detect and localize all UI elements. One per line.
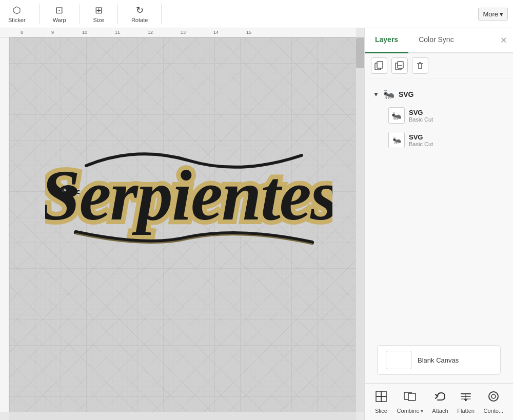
combine-label: Combine: [397, 408, 420, 414]
more-label: More: [483, 10, 498, 18]
rotate-label: Rotate: [131, 17, 148, 23]
rotate-tool[interactable]: ↻ Rotate: [128, 3, 151, 25]
contour-icon: [487, 390, 500, 406]
ruler-mark-13: 13: [181, 30, 186, 35]
layer-item-2[interactable]: 🐜 SVG Basic Cut: [388, 128, 505, 152]
panel-close-button[interactable]: ✕: [494, 28, 513, 52]
ruler-mark-10: 10: [82, 30, 87, 35]
group-icon: [395, 61, 404, 70]
svg-point-5: [65, 189, 66, 190]
size-tool[interactable]: ⊞ Size: [90, 3, 107, 25]
layers-group-button[interactable]: [391, 57, 408, 74]
layer-item-1[interactable]: 🐜 SVG Basic Cut: [388, 103, 505, 128]
layer-thumb-2: 🐜: [388, 132, 405, 148]
ruler-mark-14: 14: [213, 30, 219, 35]
layer-thumb-icon-2: 🐜: [392, 136, 401, 144]
attach-label: Attach: [432, 408, 448, 414]
layer-thumb-1: 🐜: [388, 107, 405, 124]
ruler-mark-15: 15: [246, 30, 251, 35]
layer-name-2: SVG: [409, 133, 433, 141]
ruler-mark-9: 9: [51, 30, 54, 35]
contour-button[interactable]: Conto...: [480, 388, 508, 416]
canvas-grid[interactable]: Serpientes Serpientes: [9, 37, 356, 412]
ruler-mark-11: 11: [115, 30, 120, 35]
svg-rect-15: [376, 396, 381, 402]
layer-type-1: Basic Cut: [409, 116, 433, 123]
layer-name-1: SVG: [409, 109, 433, 116]
svg-text:Serpientes: Serpientes: [45, 155, 332, 235]
slice-button[interactable]: Slice: [370, 388, 392, 416]
layer-group-icon: 🐜: [383, 89, 394, 100]
chevron-down-icon[interactable]: ▼: [373, 91, 379, 98]
warp-icon: ⊡: [55, 5, 63, 16]
ruler-top: 8 9 10 11 12 13 14 15: [0, 28, 356, 37]
ruler-mark-8: 8: [21, 30, 23, 35]
design-canvas-object[interactable]: Serpientes Serpientes: [45, 104, 332, 284]
blank-canvas-thumb: [386, 351, 411, 369]
right-panel: Layers Color Sync ✕: [364, 28, 513, 420]
more-arrow-icon: ▾: [500, 10, 503, 18]
scrollbar-thumb-vertical[interactable]: [356, 37, 364, 68]
layer-group-svg: ▼ 🐜 SVG 🐜 SVG Basic Cut: [365, 83, 513, 155]
layers-delete-button[interactable]: [412, 57, 428, 74]
layer-group-header[interactable]: ▼ 🐜 SVG: [373, 86, 505, 103]
slice-label: Slice: [375, 408, 387, 414]
tab-color-sync[interactable]: Color Sync: [408, 28, 464, 53]
layers-list: ▼ 🐜 SVG 🐜 SVG Basic Cut: [365, 78, 513, 341]
ruler-left: [0, 37, 9, 412]
contour-label: Conto...: [484, 408, 504, 414]
svg-point-23: [491, 394, 496, 398]
rotate-icon: ↻: [136, 5, 144, 16]
blank-canvas-item[interactable]: Blank Canvas: [377, 345, 501, 375]
toolbar-sep-3: [117, 4, 118, 24]
flatten-icon: [459, 390, 472, 406]
bottom-action-bar: Slice Combine ▾: [365, 383, 513, 420]
layers-toolbar: [365, 53, 513, 78]
top-toolbar: ⬡ Sticker ⊡ Warp ⊞ Size ↻ Rotate More ▾: [0, 0, 513, 28]
sticker-label: Sticker: [8, 17, 26, 23]
attach-button[interactable]: Attach: [428, 388, 452, 416]
size-label: Size: [93, 17, 104, 23]
layer-group-title: SVG: [399, 90, 414, 98]
serpientes-logo-svg: Serpientes Serpientes: [45, 104, 332, 284]
flatten-label: Flatten: [457, 408, 475, 414]
combine-icon: [403, 390, 417, 406]
layer-type-2: Basic Cut: [409, 141, 433, 147]
flatten-button[interactable]: Flatten: [453, 388, 479, 416]
sticker-tool[interactable]: ⬡ Sticker: [5, 3, 29, 25]
layer-info-2: SVG Basic Cut: [409, 133, 433, 147]
tab-layers[interactable]: Layers: [365, 28, 408, 53]
warp-label: Warp: [53, 17, 66, 23]
layers-add-button[interactable]: [371, 57, 387, 74]
svg-rect-16: [381, 396, 386, 402]
size-icon: ⊞: [95, 5, 103, 16]
svg-point-2: [59, 185, 77, 197]
svg-rect-18: [408, 393, 416, 401]
scrollbar-horizontal[interactable]: [9, 412, 356, 420]
combine-button[interactable]: Combine ▾: [393, 388, 427, 416]
layer-children: 🐜 SVG Basic Cut 🐜 SVG: [373, 103, 505, 152]
svg-point-22: [489, 392, 498, 401]
combine-arrow-icon: ▾: [421, 408, 423, 414]
more-button[interactable]: More ▾: [478, 8, 508, 21]
svg-rect-11: [398, 62, 403, 68]
scrollbar-vertical[interactable]: [356, 37, 364, 412]
sticker-icon: ⬡: [13, 5, 21, 16]
blank-canvas-label: Blank Canvas: [418, 356, 459, 364]
warp-tool[interactable]: ⊡ Warp: [50, 3, 69, 25]
panel-tabs: Layers Color Sync ✕: [365, 28, 513, 53]
layer-thumb-icon-1: 🐜: [391, 111, 402, 121]
svg-rect-9: [377, 62, 383, 68]
svg-rect-14: [381, 391, 386, 396]
duplicate-icon: [374, 61, 384, 70]
toolbar-sep-1: [39, 4, 40, 24]
main-area: 8 9 10 11 12 13 14 15: [0, 28, 513, 420]
ruler-mark-12: 12: [148, 30, 153, 35]
layer-info-1: SVG Basic Cut: [409, 109, 433, 123]
svg-rect-13: [376, 391, 381, 396]
toolbar-sep-4: [161, 4, 162, 24]
canvas-area[interactable]: 8 9 10 11 12 13 14 15: [0, 28, 364, 420]
delete-icon: [416, 61, 425, 70]
slice-icon: [374, 390, 388, 406]
attach-icon: [433, 390, 447, 406]
